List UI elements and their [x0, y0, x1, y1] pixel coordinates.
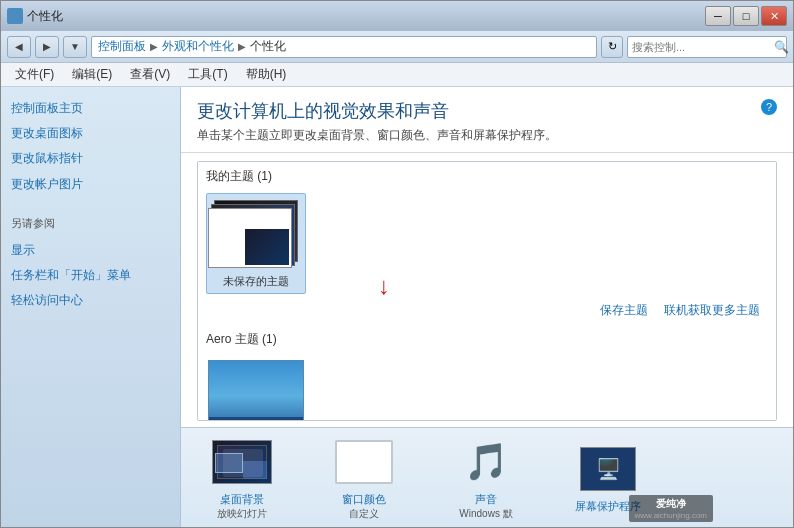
sound-icon: 🎵: [464, 441, 509, 483]
title-bar-controls: ─ □ ✕: [705, 6, 787, 26]
content-header: ? 更改计算机上的视觉效果和声音 单击某个主题立即更改桌面背景、窗口颜色、声音和…: [181, 87, 793, 153]
theme-actions-row: ↓ 保存主题 联机获取更多主题: [198, 302, 776, 323]
content-title: 更改计算机上的视觉效果和声音: [197, 99, 777, 123]
search-input[interactable]: [632, 41, 770, 53]
search-icon[interactable]: 🔍: [774, 40, 789, 54]
path-sep1: ▶: [150, 41, 158, 52]
menu-edit[interactable]: 编辑(E): [64, 64, 120, 85]
theme-area: 我的主题 (1) 未保存的主题: [181, 153, 793, 427]
refresh-button[interactable]: ↻: [601, 36, 623, 58]
main-window: 个性化 ─ □ ✕ ◀ ▶ ▼ 控制面板 ▶ 外观和个性化 ▶ 个性化 ↻ 🔍 …: [0, 0, 794, 528]
aero-grid: [198, 352, 776, 421]
sidebar-controlpanel-home[interactable]: 控制面板主页: [11, 99, 170, 118]
path-appearance[interactable]: 外观和个性化: [162, 38, 234, 55]
window-color-sublabel: 自定义: [349, 507, 379, 521]
sidebar-change-desktop-icons[interactable]: 更改桌面图标: [11, 124, 170, 143]
bottom-item-window-color[interactable]: 窗口颜色 自定义: [319, 434, 409, 521]
watermark-url: www.aichunjing.com: [635, 511, 707, 520]
content-description: 单击某个主题立即更改桌面背景、窗口颜色、声音和屏幕保护程序。: [197, 127, 777, 144]
path-current: 个性化: [250, 38, 286, 55]
help-icon[interactable]: ?: [761, 99, 777, 115]
desktop-bg-label[interactable]: 桌面背景: [220, 492, 264, 507]
bottom-item-screensaver[interactable]: 🖥️ 屏幕保护程序 爱纯净 www.aichunjing.com: [563, 441, 653, 514]
path-sep2: ▶: [238, 41, 246, 52]
title-bar-left: 个性化: [7, 8, 63, 25]
window-title: 个性化: [27, 8, 63, 25]
unsaved-theme-label: 未保存的主题: [223, 274, 289, 289]
window-color-icon-container: [332, 434, 396, 490]
bottom-item-desktop-bg[interactable]: 桌面背景 放映幻灯片: [197, 434, 287, 521]
aero-label: Aero 主题 (1): [198, 325, 776, 352]
menu-file[interactable]: 文件(F): [7, 64, 62, 85]
watermark: 爱纯净 www.aichunjing.com: [629, 495, 713, 522]
unsaved-theme-item[interactable]: 未保存的主题: [206, 193, 306, 294]
bottom-bar: 桌面背景 放映幻灯片 窗口颜色 自定义 🎵 声音: [181, 427, 793, 527]
desktop-bg-thumbnail: [212, 440, 272, 484]
save-theme-link[interactable]: 保存主题: [600, 302, 648, 319]
unsaved-theme-thumbnail: [208, 198, 304, 270]
sound-icon-container: 🎵: [454, 434, 518, 490]
sidebar-taskbar[interactable]: 任务栏和「开始」菜单: [11, 266, 170, 285]
sidebar: 控制面板主页 更改桌面图标 更改鼠标指针 更改帐户图片 另请参阅 显示 任务栏和…: [1, 87, 181, 527]
window-color-thumbnail: [335, 440, 393, 484]
sound-sublabel: Windows 默: [459, 507, 512, 521]
sidebar-accessibility[interactable]: 轻松访问中心: [11, 291, 170, 310]
dropdown-button[interactable]: ▼: [63, 36, 87, 58]
path-controlpanel[interactable]: 控制面板: [98, 38, 146, 55]
window-icon: [7, 8, 23, 24]
theme-grid: 未保存的主题: [198, 189, 776, 302]
monitor-icon: 🖥️: [596, 457, 621, 481]
window-color-label[interactable]: 窗口颜色: [342, 492, 386, 507]
aero-thumb-bar: [209, 417, 303, 421]
desktop-bg-icon: [210, 434, 274, 490]
online-theme-link[interactable]: 联机获取更多主题: [664, 302, 760, 319]
my-themes-label: 我的主题 (1): [198, 162, 776, 189]
see-also-label: 另请参阅: [11, 216, 170, 231]
back-button[interactable]: ◀: [7, 36, 31, 58]
watermark-brand: 爱纯净: [635, 497, 707, 511]
content-area: ? 更改计算机上的视觉效果和声音 单击某个主题立即更改桌面背景、窗口颜色、声音和…: [181, 87, 793, 527]
sidebar-change-account-picture[interactable]: 更改帐户图片: [11, 175, 170, 194]
aero-section: Aero 主题 (1): [198, 325, 776, 421]
sound-label[interactable]: 声音: [475, 492, 497, 507]
menu-view[interactable]: 查看(V): [122, 64, 178, 85]
address-right: ↻ 🔍: [601, 36, 787, 58]
title-bar: 个性化 ─ □ ✕: [1, 1, 793, 31]
thumb-front: [208, 208, 292, 268]
theme-panel[interactable]: 我的主题 (1) 未保存的主题: [197, 161, 777, 421]
menu-bar: 文件(F) 编辑(E) 查看(V) 工具(T) 帮助(H): [1, 63, 793, 87]
menu-tools[interactable]: 工具(T): [180, 64, 235, 85]
desktop-bg-sublabel: 放映幻灯片: [217, 507, 267, 521]
minimize-button[interactable]: ─: [705, 6, 731, 26]
aero-theme-item[interactable]: [206, 356, 306, 421]
search-box: 🔍: [627, 36, 787, 58]
screensaver-thumbnail: 🖥️: [580, 447, 636, 491]
close-button[interactable]: ✕: [761, 6, 787, 26]
address-path: 控制面板 ▶ 外观和个性化 ▶ 个性化: [91, 36, 597, 58]
sidebar-display[interactable]: 显示: [11, 241, 170, 260]
aero-thumbnail: [208, 360, 304, 421]
thumb-inner: [245, 229, 289, 265]
maximize-button[interactable]: □: [733, 6, 759, 26]
menu-help[interactable]: 帮助(H): [238, 64, 295, 85]
sidebar-change-mouse-pointer[interactable]: 更改鼠标指针: [11, 149, 170, 168]
forward-button[interactable]: ▶: [35, 36, 59, 58]
arrow-indicator: ↓: [378, 272, 390, 300]
address-bar: ◀ ▶ ▼ 控制面板 ▶ 外观和个性化 ▶ 个性化 ↻ 🔍: [1, 31, 793, 63]
bottom-item-sound[interactable]: 🎵 声音 Windows 默: [441, 434, 531, 521]
screensaver-icon-container: 🖥️: [576, 441, 640, 497]
main-area: 控制面板主页 更改桌面图标 更改鼠标指针 更改帐户图片 另请参阅 显示 任务栏和…: [1, 87, 793, 527]
